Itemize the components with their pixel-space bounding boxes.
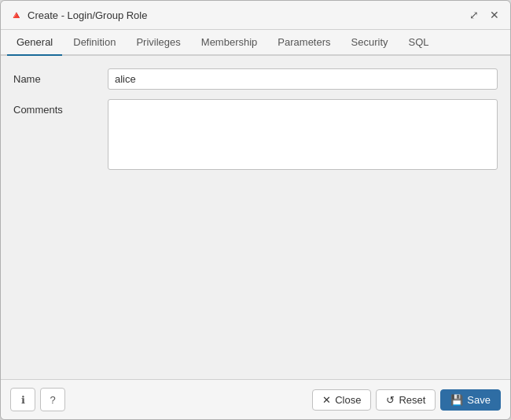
tab-parameters[interactable]: Parameters (268, 30, 340, 56)
tab-general[interactable]: General (7, 30, 62, 56)
comments-textarea[interactable] (108, 99, 498, 170)
tab-membership[interactable]: Membership (192, 30, 267, 56)
window-icon: 🔺 (9, 8, 23, 22)
tabs-bar: General Definition Privileges Membership… (1, 30, 510, 56)
tab-privileges[interactable]: Privileges (127, 30, 189, 56)
tab-definition[interactable]: Definition (64, 30, 125, 56)
close-label: Close (335, 394, 361, 406)
tab-sql[interactable]: SQL (399, 30, 439, 56)
reset-label: Reset (399, 394, 425, 406)
footer-right: ✕ Close ↺ Reset 💾 Save (312, 389, 501, 411)
dialog: 🔺 Create - Login/Group Role ⤢ ✕ General … (0, 0, 511, 420)
save-button[interactable]: 💾 Save (440, 389, 501, 411)
titlebar: 🔺 Create - Login/Group Role ⤢ ✕ (1, 1, 510, 30)
help-icon: ? (50, 394, 55, 406)
comments-field-wrapper (108, 99, 498, 172)
comments-label: Comments (13, 99, 108, 116)
name-label: Name (13, 68, 108, 85)
expand-button[interactable]: ⤢ (466, 7, 482, 23)
footer: ℹ ? ✕ Close ↺ Reset 💾 Save (1, 379, 510, 419)
window-title: Create - Login/Group Role (28, 9, 461, 21)
close-window-button[interactable]: ✕ (487, 7, 502, 23)
reset-button[interactable]: ↺ Reset (376, 389, 436, 411)
name-row: Name (13, 68, 498, 90)
save-icon: 💾 (450, 394, 463, 406)
close-icon: ✕ (322, 394, 331, 406)
name-input[interactable] (108, 68, 498, 90)
reset-icon: ↺ (386, 394, 395, 406)
comments-row: Comments (13, 99, 498, 172)
footer-left: ℹ ? (10, 388, 65, 411)
help-button[interactable]: ? (40, 388, 65, 411)
close-button[interactable]: ✕ Close (312, 389, 371, 411)
info-icon: ℹ (21, 394, 25, 406)
tab-security[interactable]: Security (342, 30, 398, 56)
info-button[interactable]: ℹ (10, 388, 35, 411)
tab-content: Name Comments (1, 56, 510, 379)
name-field-wrapper (108, 68, 498, 90)
save-label: Save (467, 394, 491, 406)
